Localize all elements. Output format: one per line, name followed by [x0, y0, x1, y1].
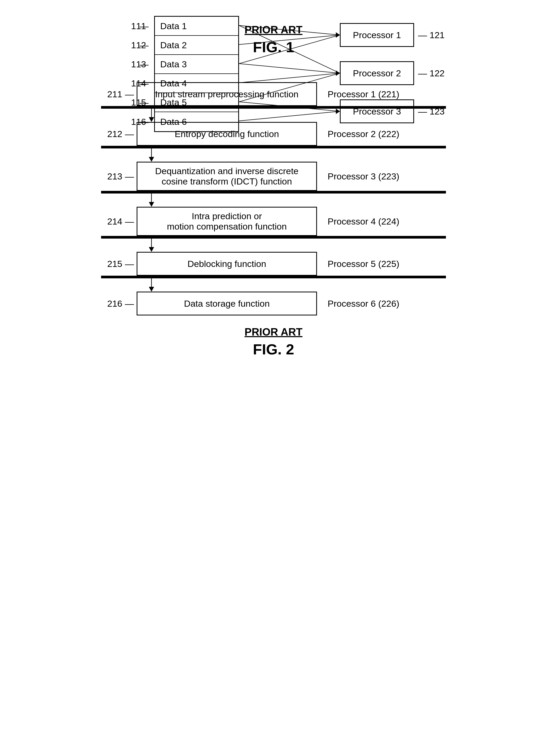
proc-ref-121: — 121	[418, 30, 445, 40]
svg-marker-27	[149, 287, 154, 292]
func-row-3: 213 — Dequantization and inverse discret…	[101, 162, 446, 191]
thick-line-5	[101, 276, 446, 278]
thick-line-1	[101, 106, 446, 109]
arrow-2	[101, 148, 446, 162]
processor-2-label: Processor 2	[353, 68, 401, 78]
data-cell-3: Data 3	[155, 57, 192, 72]
func-label-212: 212	[101, 129, 122, 139]
svg-marker-21	[149, 157, 154, 162]
thick-line-4	[101, 236, 446, 239]
func-row-5: 215 — Deblocking function Processor 5 (2…	[101, 252, 446, 276]
fig1-container: 111 — Data 1 112 — Data 2 113 — Data 3	[21, 16, 526, 56]
arrow-down-3	[146, 194, 157, 207]
svg-line-0	[239, 25, 340, 35]
fig2-diagram: 211 — Input stream preprocessing functio…	[101, 82, 446, 315]
svg-line-6	[239, 73, 340, 83]
arrow-down-1	[146, 109, 157, 122]
func-text-4: Intra prediction or motion compensation …	[167, 211, 287, 232]
svg-line-2	[239, 35, 340, 45]
func-label-211: 211	[101, 89, 122, 99]
data-row-1: 111 — Data 1	[155, 17, 238, 36]
func-text-2: Entropy decoding function	[174, 129, 279, 139]
func-label-214: 214	[101, 216, 122, 227]
func-row-2: 212 — Entropy decoding function Processo…	[101, 122, 446, 146]
fig2-prior-art: PRIOR ART	[244, 326, 303, 338]
func-proc-3: Processor 3 (223)	[328, 171, 399, 182]
dash-1: —	[139, 21, 148, 31]
data-row-3: 113 — Data 3	[155, 55, 238, 74]
func-proc-5: Processor 5 (225)	[328, 259, 399, 269]
func-box-3: Dequantization and inverse discrete cosi…	[137, 162, 317, 191]
func-box-1: Input stream preprocessing function	[137, 82, 317, 106]
fig2-container: 211 — Input stream preprocessing functio…	[21, 82, 526, 358]
func-rows-wrapper: 211 — Input stream preprocessing functio…	[101, 82, 446, 315]
func-text-5: Deblocking function	[187, 259, 266, 269]
func-text-3: Dequantization and inverse discrete cosi…	[155, 166, 299, 187]
fig2-labels: PRIOR ART FIG. 2	[244, 326, 303, 358]
func-proc-1: Processor 1 (221)	[328, 89, 399, 99]
arrow-5	[101, 278, 446, 292]
func-proc-2: Processor 2 (222)	[328, 129, 399, 139]
data-cell-2: Data 2	[155, 38, 192, 52]
dash-3: —	[139, 59, 148, 69]
dash-2: —	[139, 40, 148, 50]
arrow-down-5	[146, 278, 157, 292]
svg-marker-23	[149, 202, 154, 207]
proc-ref-122: — 122	[418, 68, 445, 78]
func-label-215: 215	[101, 259, 122, 269]
data-row-2: 112 — Data 2	[155, 36, 238, 55]
data-cell-1: Data 1	[155, 19, 192, 33]
svg-marker-17	[336, 71, 340, 76]
func-box-5: Deblocking function	[137, 252, 317, 276]
arrow-3	[101, 194, 446, 207]
thick-line-3	[101, 191, 446, 194]
svg-line-14	[239, 25, 340, 73]
svg-marker-19	[149, 117, 154, 122]
processor-box-2: Processor 2	[340, 61, 414, 85]
svg-marker-9	[336, 32, 340, 38]
func-row-6: 216 — Data storage function Processor 6 …	[101, 292, 446, 315]
func-text-6: Data storage function	[184, 298, 269, 309]
func-label-216: 216	[101, 298, 122, 309]
func-box-4: Intra prediction or motion compensation …	[137, 207, 317, 236]
svg-marker-25	[149, 247, 154, 252]
func-proc-6: Processor 6 (226)	[328, 298, 399, 309]
arrow-1	[101, 109, 446, 122]
arrow-4	[101, 239, 446, 252]
processor-1-wrapper: Processor 1 — 121	[340, 23, 414, 47]
svg-line-4	[239, 64, 340, 73]
processor-box-1: Processor 1	[340, 23, 414, 47]
processor-2-wrapper: Processor 2 — 122	[340, 61, 414, 85]
processor-1-label: Processor 1	[353, 30, 401, 40]
func-label-213: 213	[101, 171, 122, 182]
thick-line-2	[101, 146, 446, 148]
fig2-title: FIG. 2	[244, 341, 303, 358]
arrow-down-2	[146, 148, 157, 162]
func-box-6: Data storage function	[137, 292, 317, 315]
func-text-1: Input stream preprocessing function	[155, 89, 299, 99]
arrow-down-4	[146, 239, 157, 252]
func-row-1: 211 — Input stream preprocessing functio…	[101, 82, 446, 106]
func-box-2: Entropy decoding function	[137, 122, 317, 146]
func-row-4: 214 — Intra prediction or motion compens…	[101, 207, 446, 236]
func-proc-4: Processor 4 (224)	[328, 216, 399, 227]
